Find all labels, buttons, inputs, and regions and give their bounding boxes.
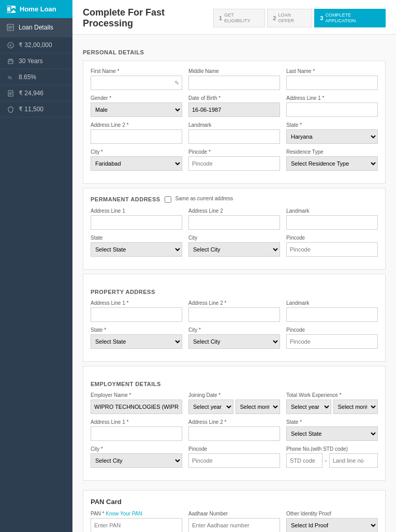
emp-city-label: City * <box>91 446 182 452</box>
perm-row-1: Address Line 1 Address Line 2 Landmark <box>91 208 378 230</box>
employment-details-title: EMPLOYMENT DETAILS <box>91 381 378 387</box>
home-icon <box>6 6 16 13</box>
prop-pincode-input[interactable] <box>286 334 378 349</box>
joining-date-group: Joining Date * Select year Select month <box>188 392 280 414</box>
phone-label: Phone No.(with STD code) <box>286 446 378 452</box>
exp-month-select[interactable]: Select month <box>333 400 378 414</box>
prop-state-select[interactable]: Select State Haryana <box>91 334 182 349</box>
address1-label: Address Line 1 * <box>286 95 378 101</box>
pan-input[interactable] <box>91 518 182 532</box>
emp-city-select[interactable]: Select City Faridabad <box>91 453 182 468</box>
emi-icon <box>6 89 14 97</box>
svg-text:₹: ₹ <box>9 43 11 47</box>
middle-name-input[interactable] <box>188 76 280 90</box>
perm-pincode-label: Pincode <box>286 235 378 241</box>
other-id-group: Other Identity Proof Select Id Proof Pas… <box>286 511 378 532</box>
prop-landmark-label: Landmark <box>286 300 378 306</box>
std-input[interactable] <box>286 453 322 468</box>
sidebar-insurance-value: ₹ 11,500 <box>19 106 43 113</box>
pan-label-text: PAN * <box>91 511 106 516</box>
step-1-num: 1 <box>219 15 222 21</box>
aadhaar-input[interactable] <box>188 518 280 532</box>
city-select[interactable]: Faridabad Gurgaon <box>91 156 182 171</box>
prop-state-label: State * <box>91 327 182 333</box>
emp-state-select[interactable]: Select State Haryana <box>286 426 378 441</box>
first-name-input[interactable] <box>91 76 182 90</box>
sidebar-amount: ₹ ₹ 32,00,000 <box>0 37 72 53</box>
perm-city-group: City Select City Faridabad <box>188 235 280 257</box>
prop-city-select[interactable]: Select City Faridabad <box>188 334 280 349</box>
know-your-pan-link[interactable]: Know Your PAN <box>106 511 142 516</box>
emp-address1-input[interactable] <box>91 426 182 441</box>
other-id-label: Other Identity Proof <box>286 511 378 516</box>
prop-address2-input[interactable] <box>188 307 280 322</box>
perm-state-label: State <box>91 235 182 241</box>
dob-group: Date of Birth * <box>188 95 280 117</box>
sidebar-home-loan-label: Home Loan <box>20 5 56 13</box>
landmark-label: Landmark <box>188 122 280 128</box>
residence-type-select[interactable]: Select Residence Type Owned Rented <box>286 156 378 171</box>
address1-group: Address Line 1 * <box>286 95 378 117</box>
main-content: Complete For Fast Processing 1 GET ELIGI… <box>72 0 396 532</box>
last-name-group: Last Name * <box>286 68 378 90</box>
prop-landmark-input[interactable] <box>286 307 378 322</box>
state-select[interactable]: Haryana Delhi Punjab <box>286 129 378 144</box>
permanent-address-header: PERMANENT ADDRESS Same as current addres… <box>91 196 378 203</box>
amount-icon: ₹ <box>6 41 14 49</box>
residence-type-label: Residence Type <box>286 149 378 155</box>
middle-name-group: Middle Name <box>188 68 280 90</box>
personal-details-block: First Name * ✎ Middle Name Last Name * <box>83 61 386 184</box>
other-id-select[interactable]: Select Id Proof Passport Voter ID Drivin… <box>286 518 378 532</box>
sidebar-insurance: ₹ 11,500 <box>0 101 72 117</box>
perm-pincode-group: Pincode <box>286 235 378 257</box>
sidebar-home-loan[interactable]: Home Loan <box>0 0 72 18</box>
sidebar-loan-details[interactable]: Loan Details <box>0 18 72 37</box>
same-as-current-checkbox[interactable] <box>165 196 171 203</box>
emp-address1-group: Address Line 1 * <box>91 419 182 441</box>
joining-year-select[interactable]: Select year <box>188 400 233 414</box>
city-group: City * Faridabad Gurgaon <box>91 149 182 171</box>
landline-input[interactable] <box>329 453 378 468</box>
perm-city-label: City <box>188 235 280 241</box>
address1-input[interactable] <box>286 102 378 117</box>
dob-label: Date of Birth * <box>188 95 280 101</box>
joining-month-select[interactable]: Select month <box>236 400 281 414</box>
employer-name-group: Employer Name * <box>91 392 182 414</box>
perm-landmark-group: Landmark <box>286 208 378 230</box>
address2-input[interactable] <box>91 129 182 144</box>
perm-row-2: State Select State Haryana Delhi City Se… <box>91 235 378 257</box>
prop-city-group: City * Select City Faridabad <box>188 327 280 349</box>
city-label: City * <box>91 149 182 155</box>
phone-dash: - <box>325 456 327 465</box>
insurance-icon <box>6 105 14 113</box>
perm-address1-input[interactable] <box>91 215 182 230</box>
personal-details-title: PERSONAL DETAILS <box>83 49 386 55</box>
exp-year-select[interactable]: Select year <box>286 400 331 414</box>
employer-name-input[interactable] <box>91 400 182 414</box>
emp-address2-input[interactable] <box>188 426 280 441</box>
perm-pincode-input[interactable] <box>286 242 378 257</box>
perm-state-select[interactable]: Select State Haryana Delhi <box>91 242 182 257</box>
perm-address1-group: Address Line 1 <box>91 208 182 230</box>
prop-address1-input[interactable] <box>91 307 182 322</box>
pan-card-title: PAN Card <box>91 498 378 506</box>
step-2-num: 2 <box>273 15 276 21</box>
perm-address2-input[interactable] <box>188 215 280 230</box>
last-name-input[interactable] <box>286 76 378 90</box>
prop-pincode-label: Pincode <box>286 327 378 333</box>
emp-pincode-label: Pincode <box>188 446 280 452</box>
emp-pincode-input[interactable] <box>188 453 280 468</box>
middle-name-label: Middle Name <box>188 68 280 74</box>
pincode-input[interactable] <box>188 156 280 171</box>
gender-select[interactable]: Male Female Other <box>91 102 182 117</box>
perm-city-select[interactable]: Select City Faridabad <box>188 242 280 257</box>
phone-inputs: - <box>286 453 378 468</box>
sidebar-rate: % 8.65% <box>0 69 72 85</box>
loan-details-icon <box>6 23 14 32</box>
aadhaar-group: Aadhaar Number <box>188 511 280 532</box>
permanent-address-block: PERMANENT ADDRESS Same as current addres… <box>83 188 386 270</box>
perm-landmark-input[interactable] <box>286 215 378 230</box>
dob-input[interactable] <box>188 102 280 117</box>
landmark-input[interactable] <box>188 129 280 144</box>
sidebar-emi: ₹ 24,946 <box>0 85 72 101</box>
